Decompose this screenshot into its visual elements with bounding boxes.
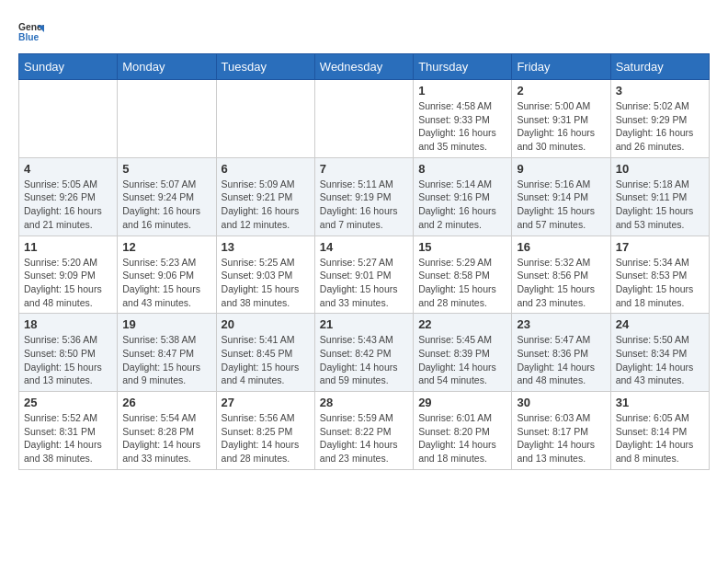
- calendar-day-cell: 2Sunrise: 5:00 AM Sunset: 9:31 PM Daylig…: [512, 80, 610, 158]
- day-info: Sunrise: 5:07 AM Sunset: 9:24 PM Dayligh…: [122, 178, 210, 232]
- calendar-day-cell: 30Sunrise: 6:03 AM Sunset: 8:17 PM Dayli…: [512, 392, 610, 470]
- calendar-day-cell: 23Sunrise: 5:47 AM Sunset: 8:36 PM Dayli…: [512, 314, 610, 392]
- calendar-day-cell: 4Sunrise: 5:05 AM Sunset: 9:26 PM Daylig…: [19, 157, 118, 236]
- calendar-day-cell: 8Sunrise: 5:14 AM Sunset: 9:16 PM Daylig…: [414, 157, 512, 236]
- day-info: Sunrise: 5:11 AM Sunset: 9:19 PM Dayligh…: [320, 178, 408, 232]
- calendar-week-row: 4Sunrise: 5:05 AM Sunset: 9:26 PM Daylig…: [19, 157, 710, 236]
- day-info: Sunrise: 5:50 AM Sunset: 8:34 PM Dayligh…: [616, 333, 704, 387]
- calendar-day-cell: 27Sunrise: 5:56 AM Sunset: 8:25 PM Dayli…: [216, 392, 314, 470]
- calendar-day-cell: 28Sunrise: 5:59 AM Sunset: 8:22 PM Dayli…: [314, 392, 413, 470]
- day-info: Sunrise: 5:00 AM Sunset: 9:31 PM Dayligh…: [517, 99, 605, 154]
- svg-text:Blue: Blue: [18, 32, 40, 42]
- calendar-day-cell: 16Sunrise: 5:32 AM Sunset: 8:56 PM Dayli…: [512, 236, 610, 314]
- calendar-day-cell: 29Sunrise: 6:01 AM Sunset: 8:20 PM Dayli…: [414, 392, 512, 470]
- day-info: Sunrise: 5:52 AM Sunset: 8:31 PM Dayligh…: [24, 411, 112, 465]
- day-number: 27: [222, 396, 310, 409]
- calendar-day-cell: 15Sunrise: 5:29 AM Sunset: 8:58 PM Dayli…: [414, 236, 512, 314]
- calendar-day-cell: 5Sunrise: 5:07 AM Sunset: 9:24 PM Daylig…: [118, 157, 216, 236]
- day-info: Sunrise: 4:58 AM Sunset: 9:33 PM Dayligh…: [418, 99, 506, 154]
- day-number: 6: [222, 162, 310, 176]
- calendar-day-cell: 9Sunrise: 5:16 AM Sunset: 9:14 PM Daylig…: [512, 157, 610, 236]
- day-info: Sunrise: 5:27 AM Sunset: 9:01 PM Dayligh…: [320, 256, 408, 310]
- day-number: 19: [122, 317, 210, 331]
- calendar-week-row: 1Sunrise: 4:58 AM Sunset: 9:33 PM Daylig…: [19, 80, 710, 158]
- day-info: Sunrise: 5:18 AM Sunset: 9:11 PM Dayligh…: [616, 178, 704, 232]
- day-info: Sunrise: 5:36 AM Sunset: 8:50 PM Dayligh…: [24, 333, 112, 387]
- calendar-day-cell: 19Sunrise: 5:38 AM Sunset: 8:47 PM Dayli…: [118, 314, 216, 392]
- calendar-day-cell: 18Sunrise: 5:36 AM Sunset: 8:50 PM Dayli…: [19, 314, 118, 392]
- day-info: Sunrise: 6:03 AM Sunset: 8:17 PM Dayligh…: [517, 411, 605, 465]
- calendar-week-row: 11Sunrise: 5:20 AM Sunset: 9:09 PM Dayli…: [19, 236, 710, 314]
- day-info: Sunrise: 5:41 AM Sunset: 8:45 PM Dayligh…: [222, 333, 310, 387]
- day-number: 31: [616, 396, 704, 409]
- day-info: Sunrise: 5:29 AM Sunset: 8:58 PM Dayligh…: [418, 256, 506, 310]
- calendar-day-cell: 10Sunrise: 5:18 AM Sunset: 9:11 PM Dayli…: [610, 157, 709, 236]
- day-info: Sunrise: 5:38 AM Sunset: 8:47 PM Dayligh…: [122, 333, 210, 387]
- calendar-day-cell: [19, 80, 118, 158]
- day-of-week-header: Tuesday: [216, 54, 314, 80]
- calendar-day-cell: 24Sunrise: 5:50 AM Sunset: 8:34 PM Dayli…: [610, 314, 709, 392]
- calendar-week-row: 25Sunrise: 5:52 AM Sunset: 8:31 PM Dayli…: [19, 392, 710, 470]
- day-number: 15: [418, 240, 506, 254]
- day-number: 26: [122, 396, 210, 409]
- calendar-day-cell: 17Sunrise: 5:34 AM Sunset: 8:53 PM Dayli…: [610, 236, 709, 314]
- day-number: 20: [222, 317, 310, 331]
- day-number: 1: [418, 84, 506, 98]
- day-info: Sunrise: 5:56 AM Sunset: 8:25 PM Dayligh…: [222, 411, 310, 465]
- calendar-day-cell: 12Sunrise: 5:23 AM Sunset: 9:06 PM Dayli…: [118, 236, 216, 314]
- day-number: 14: [320, 240, 408, 254]
- calendar-day-cell: [216, 80, 314, 158]
- day-info: Sunrise: 5:47 AM Sunset: 8:36 PM Dayligh…: [517, 333, 605, 387]
- calendar-day-cell: 31Sunrise: 6:05 AM Sunset: 8:14 PM Dayli…: [610, 392, 709, 470]
- day-info: Sunrise: 5:32 AM Sunset: 8:56 PM Dayligh…: [517, 256, 605, 310]
- day-number: 11: [24, 240, 112, 254]
- day-number: 22: [418, 317, 506, 331]
- day-of-week-header: Sunday: [19, 54, 118, 80]
- day-number: 17: [616, 240, 704, 254]
- calendar-day-cell: 3Sunrise: 5:02 AM Sunset: 9:29 PM Daylig…: [610, 80, 709, 158]
- calendar-day-cell: 20Sunrise: 5:41 AM Sunset: 8:45 PM Dayli…: [216, 314, 314, 392]
- day-of-week-header: Saturday: [610, 54, 709, 80]
- day-info: Sunrise: 5:54 AM Sunset: 8:28 PM Dayligh…: [122, 411, 210, 465]
- logo: General Blue: [18, 18, 44, 44]
- calendar-week-row: 18Sunrise: 5:36 AM Sunset: 8:50 PM Dayli…: [19, 314, 710, 392]
- day-number: 16: [517, 240, 605, 254]
- day-of-week-header: Monday: [118, 54, 216, 80]
- day-info: Sunrise: 5:45 AM Sunset: 8:39 PM Dayligh…: [418, 333, 506, 387]
- calendar-day-cell: 11Sunrise: 5:20 AM Sunset: 9:09 PM Dayli…: [19, 236, 118, 314]
- calendar-day-cell: [314, 80, 413, 158]
- day-number: 2: [517, 84, 605, 98]
- day-number: 25: [24, 396, 112, 409]
- calendar-header-row: SundayMondayTuesdayWednesdayThursdayFrid…: [19, 54, 710, 80]
- calendar-day-cell: 13Sunrise: 5:25 AM Sunset: 9:03 PM Dayli…: [216, 236, 314, 314]
- day-number: 8: [418, 162, 506, 176]
- day-info: Sunrise: 5:14 AM Sunset: 9:16 PM Dayligh…: [418, 178, 506, 232]
- calendar-day-cell: 25Sunrise: 5:52 AM Sunset: 8:31 PM Dayli…: [19, 392, 118, 470]
- day-number: 23: [517, 317, 605, 331]
- day-number: 24: [616, 317, 704, 331]
- day-number: 12: [122, 240, 210, 254]
- day-number: 18: [24, 317, 112, 331]
- calendar-day-cell: 1Sunrise: 4:58 AM Sunset: 9:33 PM Daylig…: [414, 80, 512, 158]
- day-number: 4: [24, 162, 112, 176]
- day-info: Sunrise: 6:05 AM Sunset: 8:14 PM Dayligh…: [616, 411, 704, 465]
- calendar-day-cell: [118, 80, 216, 158]
- calendar-table: SundayMondayTuesdayWednesdayThursdayFrid…: [18, 53, 710, 470]
- day-number: 7: [320, 162, 408, 176]
- day-number: 9: [517, 162, 605, 176]
- day-number: 28: [320, 396, 408, 409]
- day-of-week-header: Thursday: [414, 54, 512, 80]
- day-of-week-header: Friday: [512, 54, 610, 80]
- day-number: 3: [616, 84, 704, 98]
- day-info: Sunrise: 5:34 AM Sunset: 8:53 PM Dayligh…: [616, 256, 704, 310]
- page-header: General Blue: [18, 18, 710, 44]
- calendar-day-cell: 26Sunrise: 5:54 AM Sunset: 8:28 PM Dayli…: [118, 392, 216, 470]
- day-info: Sunrise: 5:05 AM Sunset: 9:26 PM Dayligh…: [24, 178, 112, 232]
- calendar-day-cell: 6Sunrise: 5:09 AM Sunset: 9:21 PM Daylig…: [216, 157, 314, 236]
- logo-icon: General Blue: [18, 18, 44, 44]
- day-number: 21: [320, 317, 408, 331]
- day-number: 5: [122, 162, 210, 176]
- day-number: 10: [616, 162, 704, 176]
- day-info: Sunrise: 5:20 AM Sunset: 9:09 PM Dayligh…: [24, 256, 112, 310]
- calendar-day-cell: 21Sunrise: 5:43 AM Sunset: 8:42 PM Dayli…: [314, 314, 413, 392]
